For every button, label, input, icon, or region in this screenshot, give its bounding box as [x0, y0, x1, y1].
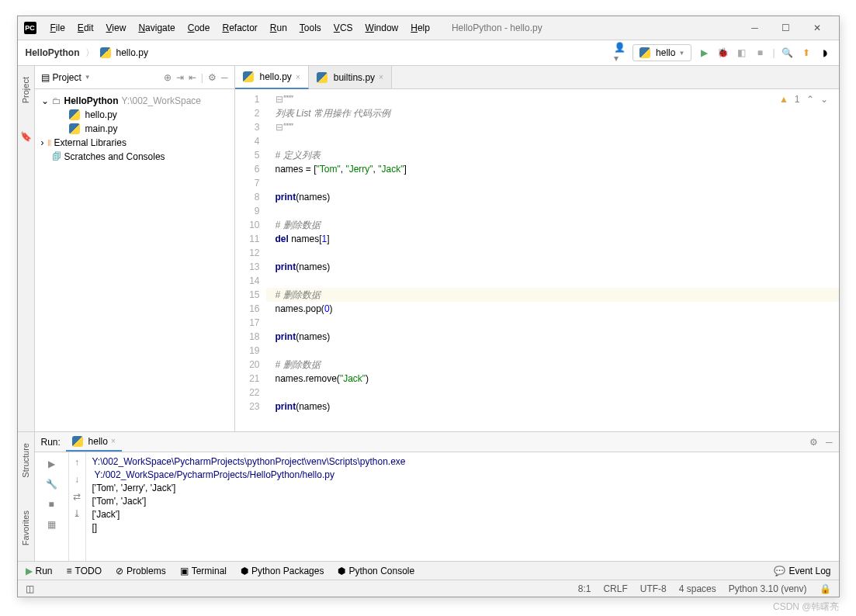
wrap-icon[interactable]: ⇄: [73, 491, 81, 502]
rerun-icon[interactable]: ▶: [44, 457, 58, 471]
python-icon: [639, 47, 650, 58]
project-tool-tab[interactable]: Project: [19, 72, 32, 108]
bottom-tool-bar: ▶ Run ≡ TODO ⊘ Problems ▣ Terminal ⬢ Pyt…: [18, 561, 839, 580]
indent-setting[interactable]: 4 spaces: [679, 583, 716, 594]
line-separator[interactable]: CRLF: [603, 583, 627, 594]
ide-features-button[interactable]: ◗: [819, 47, 831, 59]
lock-icon[interactable]: 🔒: [820, 583, 831, 594]
debug-button[interactable]: 🐞: [716, 47, 729, 59]
library-icon: ⫴: [47, 137, 51, 148]
main-area: Project 🔖 ▤ Project ▼ ⊕ ⇥ ⇤ | ⚙ ─ ⌄ 🗀: [18, 66, 839, 431]
python-interpreter[interactable]: Python 3.10 (venv): [729, 583, 807, 594]
stop-icon[interactable]: ■: [44, 497, 58, 511]
problems-tool-button[interactable]: ⊘ Problems: [116, 566, 166, 576]
breadcrumb: HelloPython 〉 hello.py: [26, 47, 148, 60]
down-icon[interactable]: ↓: [75, 474, 79, 485]
inspection-widget[interactable]: ▲1 ⌃⌄: [779, 94, 828, 105]
menu-window[interactable]: Window: [359, 19, 405, 36]
todo-tool-button[interactable]: ≡ TODO: [67, 566, 102, 576]
code-editor[interactable]: ▲1 ⌃⌄ 1234567891011121314151617181920212…: [235, 89, 839, 431]
code-content[interactable]: ⊟"""列表 List 常用操作 代码示例⊟""" # 定义列表names = …: [266, 89, 839, 431]
python-console-button[interactable]: ⬢ Python Console: [338, 566, 414, 576]
user-icon[interactable]: 👤▾: [614, 47, 626, 59]
menu-help[interactable]: Help: [404, 19, 436, 36]
update-button[interactable]: ⬆: [800, 47, 813, 59]
tree-root[interactable]: ⌄ 🗀 HelloPython Y:\002_WorkSpace: [35, 94, 234, 108]
menu-navigate[interactable]: Navigate: [132, 19, 181, 36]
menu-refactor[interactable]: Refactor: [216, 19, 263, 36]
hide-icon[interactable]: ─: [221, 72, 228, 83]
left-tool-strip-lower: Structure Favorites: [18, 432, 35, 561]
maximize-button[interactable]: ☐: [771, 19, 802, 37]
collapse-icon[interactable]: ⇤: [189, 72, 196, 83]
project-tree: ⌄ 🗀 HelloPython Y:\002_WorkSpace hello.p…: [35, 89, 234, 168]
gear-icon[interactable]: ⚙: [809, 437, 818, 448]
event-log-button[interactable]: 💬 Event Log: [774, 566, 830, 576]
tree-scratches[interactable]: 🗐 Scratches and Consoles: [35, 150, 234, 164]
minimize-button[interactable]: ─: [740, 19, 771, 37]
console-output[interactable]: Y:\002_WorkSpace\PycharmProjects\pythonP…: [86, 452, 839, 561]
stop-button[interactable]: ■: [754, 47, 766, 59]
menu-code[interactable]: Code: [182, 19, 217, 36]
terminal-tool-button[interactable]: ▣ Terminal: [180, 566, 227, 576]
hide-icon[interactable]: ─: [826, 437, 833, 448]
main-menu: FileEditViewNavigateCodeRefactorRunTools…: [44, 19, 436, 36]
tools-icon[interactable]: 🔧: [44, 477, 58, 491]
python-icon: [72, 436, 83, 447]
scroll-icon[interactable]: ⤓: [73, 508, 81, 519]
ide-window: PC FileEditViewNavigateCodeRefactorRunTo…: [17, 16, 840, 597]
caret-position[interactable]: 8:1: [578, 583, 591, 594]
python-packages-button[interactable]: ⬢ Python Packages: [241, 566, 324, 576]
warning-icon: ▲: [779, 94, 788, 105]
gear-icon[interactable]: ⚙: [208, 72, 217, 83]
python-file-icon: [317, 72, 327, 83]
expand-arrow-icon: ⌄: [41, 95, 49, 106]
run-tab[interactable]: hello ×: [66, 433, 122, 452]
dropdown-icon: ▼: [678, 50, 684, 57]
close-button[interactable]: ✕: [802, 19, 833, 37]
menu-view[interactable]: View: [100, 19, 133, 36]
breadcrumb-file[interactable]: hello.py: [116, 47, 148, 58]
close-icon[interactable]: ×: [111, 437, 116, 445]
layout-icon[interactable]: ▦: [44, 517, 58, 531]
editor-tab[interactable]: builtins.py×: [309, 66, 392, 88]
breadcrumb-project[interactable]: HelloPython: [26, 47, 80, 58]
menu-file[interactable]: File: [44, 19, 71, 36]
chevron-up-icon[interactable]: ⌃: [806, 94, 814, 105]
tree-file[interactable]: main.py: [35, 122, 234, 136]
editor-tabs: hello.py×builtins.py×: [235, 66, 839, 89]
menu-vcs[interactable]: VCS: [327, 19, 359, 36]
expand-icon[interactable]: ⇥: [176, 72, 184, 83]
folder-icon: 🗀: [52, 95, 61, 106]
menu-run[interactable]: Run: [264, 19, 293, 36]
status-bar: ◫ 8:1 CRLF UTF-8 4 spaces Python 3.10 (v…: [18, 580, 839, 597]
run-button[interactable]: ▶: [698, 47, 710, 59]
run-label: Run:: [41, 437, 61, 448]
menu-tools[interactable]: Tools: [293, 19, 327, 36]
coverage-button[interactable]: ◧: [735, 47, 747, 59]
favorites-tool-tab[interactable]: Favorites: [19, 506, 32, 550]
chevron-down-icon[interactable]: ⌄: [820, 94, 828, 105]
menu-edit[interactable]: Edit: [71, 19, 100, 36]
up-icon[interactable]: ↑: [75, 457, 79, 468]
close-icon[interactable]: ×: [379, 73, 383, 81]
project-icon: ▤: [41, 72, 50, 83]
locate-icon[interactable]: ⊕: [164, 72, 172, 83]
tool-windows-icon[interactable]: ◫: [26, 583, 34, 594]
run-configuration-selector[interactable]: hello ▼: [632, 44, 691, 61]
tree-file[interactable]: hello.py: [35, 108, 234, 122]
run-tool-window: Structure Favorites Run: hello × ⚙ ─ ▶ 🔧: [18, 431, 839, 561]
run-toolbar: ▶ 🔧 ■ ▦: [35, 452, 69, 561]
run-tool-button[interactable]: ▶ Run: [26, 566, 53, 576]
chevron-right-icon: ›: [41, 137, 44, 148]
tree-external-libs[interactable]: › ⫴ External Libraries: [35, 136, 234, 150]
watermark: CSDN @韩曙亮: [17, 600, 840, 614]
close-icon[interactable]: ×: [296, 73, 300, 81]
editor-area: hello.py×builtins.py× ▲1 ⌃⌄ 123456789101…: [235, 66, 839, 431]
editor-tab[interactable]: hello.py×: [235, 66, 309, 89]
structure-tool-tab[interactable]: Structure: [19, 438, 32, 483]
search-button[interactable]: 🔍: [781, 47, 794, 59]
file-encoding[interactable]: UTF-8: [640, 583, 667, 594]
bookmark-icon[interactable]: 🔖: [20, 131, 32, 142]
project-panel: ▤ Project ▼ ⊕ ⇥ ⇤ | ⚙ ─ ⌄ 🗀 HelloPython …: [35, 66, 235, 431]
